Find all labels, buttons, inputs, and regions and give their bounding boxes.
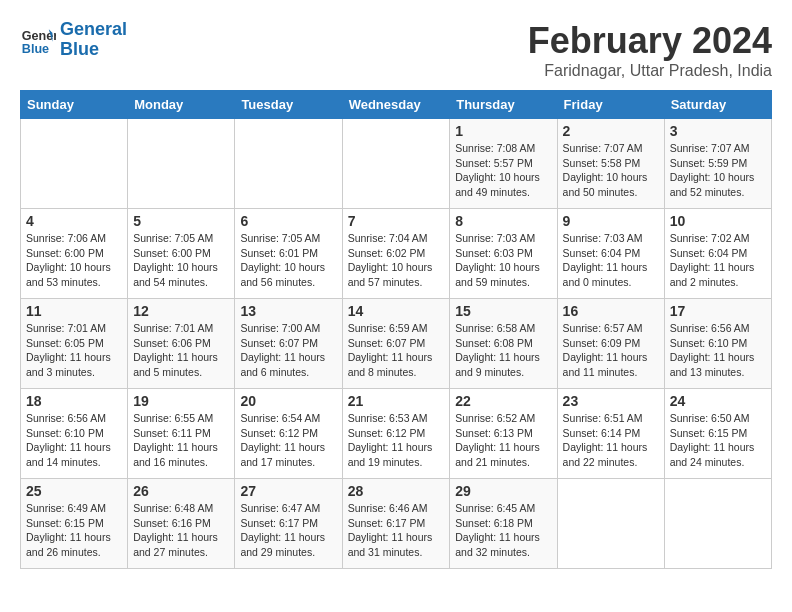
day-number: 2: [563, 123, 659, 139]
day-number: 19: [133, 393, 229, 409]
logo-blue: Blue: [60, 39, 99, 59]
day-number: 18: [26, 393, 122, 409]
day-number: 1: [455, 123, 551, 139]
day-number: 23: [563, 393, 659, 409]
day-number: 10: [670, 213, 766, 229]
day-number: 28: [348, 483, 445, 499]
day-info: Sunrise: 6:53 AMSunset: 6:12 PMDaylight:…: [348, 411, 445, 470]
day-info: Sunrise: 6:54 AMSunset: 6:12 PMDaylight:…: [240, 411, 336, 470]
day-number: 6: [240, 213, 336, 229]
day-number: 17: [670, 303, 766, 319]
calendar-cell: 28Sunrise: 6:46 AMSunset: 6:17 PMDayligh…: [342, 479, 450, 569]
day-info: Sunrise: 7:03 AMSunset: 6:04 PMDaylight:…: [563, 231, 659, 290]
calendar-week-row: 4Sunrise: 7:06 AMSunset: 6:00 PMDaylight…: [21, 209, 772, 299]
calendar-cell: 5Sunrise: 7:05 AMSunset: 6:00 PMDaylight…: [128, 209, 235, 299]
main-title: February 2024: [528, 20, 772, 62]
calendar-cell: 17Sunrise: 6:56 AMSunset: 6:10 PMDayligh…: [664, 299, 771, 389]
calendar-cell: 2Sunrise: 7:07 AMSunset: 5:58 PMDaylight…: [557, 119, 664, 209]
day-number: 13: [240, 303, 336, 319]
calendar-cell: 20Sunrise: 6:54 AMSunset: 6:12 PMDayligh…: [235, 389, 342, 479]
day-info: Sunrise: 6:48 AMSunset: 6:16 PMDaylight:…: [133, 501, 229, 560]
calendar-cell: 11Sunrise: 7:01 AMSunset: 6:05 PMDayligh…: [21, 299, 128, 389]
day-info: Sunrise: 7:03 AMSunset: 6:03 PMDaylight:…: [455, 231, 551, 290]
day-number: 27: [240, 483, 336, 499]
day-info: Sunrise: 7:04 AMSunset: 6:02 PMDaylight:…: [348, 231, 445, 290]
calendar-cell: 4Sunrise: 7:06 AMSunset: 6:00 PMDaylight…: [21, 209, 128, 299]
calendar-cell: 9Sunrise: 7:03 AMSunset: 6:04 PMDaylight…: [557, 209, 664, 299]
header-friday: Friday: [557, 91, 664, 119]
calendar-table: SundayMondayTuesdayWednesdayThursdayFrid…: [20, 90, 772, 569]
calendar-week-row: 25Sunrise: 6:49 AMSunset: 6:15 PMDayligh…: [21, 479, 772, 569]
calendar-cell: 29Sunrise: 6:45 AMSunset: 6:18 PMDayligh…: [450, 479, 557, 569]
calendar-cell: 21Sunrise: 6:53 AMSunset: 6:12 PMDayligh…: [342, 389, 450, 479]
logo: General Blue General Blue: [20, 20, 127, 60]
day-info: Sunrise: 6:46 AMSunset: 6:17 PMDaylight:…: [348, 501, 445, 560]
calendar-cell: [557, 479, 664, 569]
day-info: Sunrise: 6:51 AMSunset: 6:14 PMDaylight:…: [563, 411, 659, 470]
calendar-cell: 13Sunrise: 7:00 AMSunset: 6:07 PMDayligh…: [235, 299, 342, 389]
calendar-header-row: SundayMondayTuesdayWednesdayThursdayFrid…: [21, 91, 772, 119]
day-number: 20: [240, 393, 336, 409]
day-number: 15: [455, 303, 551, 319]
subtitle: Faridnagar, Uttar Pradesh, India: [528, 62, 772, 80]
calendar-cell: 8Sunrise: 7:03 AMSunset: 6:03 PMDaylight…: [450, 209, 557, 299]
day-number: 14: [348, 303, 445, 319]
day-info: Sunrise: 7:07 AMSunset: 5:59 PMDaylight:…: [670, 141, 766, 200]
day-number: 9: [563, 213, 659, 229]
calendar-cell: 3Sunrise: 7:07 AMSunset: 5:59 PMDaylight…: [664, 119, 771, 209]
header-saturday: Saturday: [664, 91, 771, 119]
day-number: 5: [133, 213, 229, 229]
logo-general: General: [60, 19, 127, 39]
calendar-cell: 19Sunrise: 6:55 AMSunset: 6:11 PMDayligh…: [128, 389, 235, 479]
calendar-cell: 27Sunrise: 6:47 AMSunset: 6:17 PMDayligh…: [235, 479, 342, 569]
day-info: Sunrise: 6:49 AMSunset: 6:15 PMDaylight:…: [26, 501, 122, 560]
day-info: Sunrise: 6:45 AMSunset: 6:18 PMDaylight:…: [455, 501, 551, 560]
calendar-cell: 7Sunrise: 7:04 AMSunset: 6:02 PMDaylight…: [342, 209, 450, 299]
logo-text: General Blue: [60, 20, 127, 60]
calendar-cell: 23Sunrise: 6:51 AMSunset: 6:14 PMDayligh…: [557, 389, 664, 479]
calendar-cell: [21, 119, 128, 209]
day-number: 3: [670, 123, 766, 139]
calendar-cell: 6Sunrise: 7:05 AMSunset: 6:01 PMDaylight…: [235, 209, 342, 299]
day-info: Sunrise: 6:56 AMSunset: 6:10 PMDaylight:…: [670, 321, 766, 380]
header-monday: Monday: [128, 91, 235, 119]
calendar-cell: 24Sunrise: 6:50 AMSunset: 6:15 PMDayligh…: [664, 389, 771, 479]
day-info: Sunrise: 6:55 AMSunset: 6:11 PMDaylight:…: [133, 411, 229, 470]
day-info: Sunrise: 6:58 AMSunset: 6:08 PMDaylight:…: [455, 321, 551, 380]
calendar-cell: [664, 479, 771, 569]
day-number: 7: [348, 213, 445, 229]
header-tuesday: Tuesday: [235, 91, 342, 119]
day-info: Sunrise: 7:01 AMSunset: 6:06 PMDaylight:…: [133, 321, 229, 380]
calendar-cell: 14Sunrise: 6:59 AMSunset: 6:07 PMDayligh…: [342, 299, 450, 389]
day-info: Sunrise: 6:52 AMSunset: 6:13 PMDaylight:…: [455, 411, 551, 470]
svg-text:Blue: Blue: [22, 41, 49, 55]
calendar-cell: 15Sunrise: 6:58 AMSunset: 6:08 PMDayligh…: [450, 299, 557, 389]
calendar-week-row: 11Sunrise: 7:01 AMSunset: 6:05 PMDayligh…: [21, 299, 772, 389]
calendar-cell: 22Sunrise: 6:52 AMSunset: 6:13 PMDayligh…: [450, 389, 557, 479]
day-number: 26: [133, 483, 229, 499]
calendar-cell: 26Sunrise: 6:48 AMSunset: 6:16 PMDayligh…: [128, 479, 235, 569]
calendar-cell: [342, 119, 450, 209]
day-number: 11: [26, 303, 122, 319]
header: General Blue General Blue February 2024 …: [20, 20, 772, 80]
day-number: 4: [26, 213, 122, 229]
calendar-cell: 10Sunrise: 7:02 AMSunset: 6:04 PMDayligh…: [664, 209, 771, 299]
day-info: Sunrise: 7:01 AMSunset: 6:05 PMDaylight:…: [26, 321, 122, 380]
day-info: Sunrise: 6:47 AMSunset: 6:17 PMDaylight:…: [240, 501, 336, 560]
calendar-week-row: 1Sunrise: 7:08 AMSunset: 5:57 PMDaylight…: [21, 119, 772, 209]
day-info: Sunrise: 6:56 AMSunset: 6:10 PMDaylight:…: [26, 411, 122, 470]
day-number: 8: [455, 213, 551, 229]
calendar-cell: 16Sunrise: 6:57 AMSunset: 6:09 PMDayligh…: [557, 299, 664, 389]
calendar-cell: [128, 119, 235, 209]
day-number: 12: [133, 303, 229, 319]
day-number: 22: [455, 393, 551, 409]
header-wednesday: Wednesday: [342, 91, 450, 119]
day-info: Sunrise: 6:57 AMSunset: 6:09 PMDaylight:…: [563, 321, 659, 380]
day-number: 29: [455, 483, 551, 499]
calendar-cell: 18Sunrise: 6:56 AMSunset: 6:10 PMDayligh…: [21, 389, 128, 479]
title-area: February 2024 Faridnagar, Uttar Pradesh,…: [528, 20, 772, 80]
header-thursday: Thursday: [450, 91, 557, 119]
day-number: 21: [348, 393, 445, 409]
logo-icon: General Blue: [20, 22, 56, 58]
day-info: Sunrise: 7:05 AMSunset: 6:00 PMDaylight:…: [133, 231, 229, 290]
